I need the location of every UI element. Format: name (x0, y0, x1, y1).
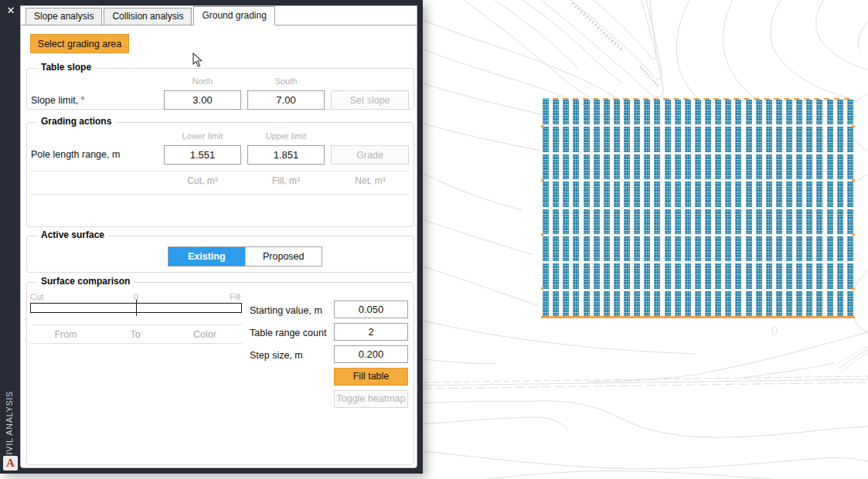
tracker-segment (695, 236, 701, 261)
tracker-segment (594, 291, 600, 316)
tracker-segment (634, 100, 640, 124)
tracker-row[interactable] (756, 100, 762, 316)
tracker-row[interactable] (644, 100, 650, 316)
tab-slope-analysis[interactable]: Slope analysis (26, 8, 102, 25)
tracker-segment (654, 291, 660, 316)
tracker-row[interactable] (827, 100, 833, 316)
tracker-segment (543, 236, 549, 261)
tracker-segment (786, 209, 792, 234)
tracker-segment (644, 182, 650, 206)
slope-limit-north-input[interactable] (164, 90, 241, 110)
set-slope-button[interactable]: Set slope (331, 90, 409, 110)
surface-option-proposed[interactable]: Proposed (245, 247, 322, 266)
pole-length-lower-input[interactable] (164, 145, 241, 165)
tracker-segment (604, 236, 610, 261)
tracker-row[interactable] (675, 100, 681, 316)
tracker-row[interactable] (573, 100, 579, 316)
tracker-row[interactable] (816, 100, 822, 316)
tracker-row[interactable] (543, 100, 549, 316)
tracker-segment (766, 291, 772, 316)
pole-length-upper-input[interactable] (247, 145, 325, 165)
tracker-row[interactable] (695, 100, 701, 316)
tracker-row[interactable] (624, 100, 630, 316)
tracker-row[interactable] (735, 100, 741, 316)
tracker-row[interactable] (746, 100, 752, 316)
tracker-segment (604, 127, 610, 151)
tracker-segment (796, 209, 802, 234)
tracker-segment (705, 127, 711, 151)
tracker-segment (816, 236, 822, 261)
tracker-segment (665, 263, 671, 288)
tracker-segment (776, 155, 782, 179)
tracker-row[interactable] (705, 100, 711, 316)
tracker-segment (584, 182, 590, 206)
step-size-input[interactable] (334, 345, 408, 363)
tracker-row[interactable] (594, 100, 600, 316)
table-range-count-input[interactable] (334, 323, 408, 341)
tracker-segment (644, 209, 650, 234)
grading-area-boundary[interactable] (543, 100, 853, 316)
tracker-row[interactable] (796, 100, 802, 316)
table-range-count-label: Table range count (250, 328, 326, 338)
tracker-row[interactable] (847, 100, 853, 316)
tracker-row[interactable] (563, 100, 569, 316)
tracker-segment (827, 291, 833, 316)
tracker-row[interactable] (766, 100, 772, 316)
tracker-segment (654, 182, 660, 206)
tracker-segment (634, 182, 640, 206)
tracker-row[interactable] (715, 100, 721, 316)
tracker-segment (675, 100, 681, 124)
tracker-row[interactable] (685, 100, 691, 316)
tracker-segment (685, 291, 691, 316)
tracker-segment (705, 291, 711, 316)
tracker-row[interactable] (806, 100, 812, 316)
tracker-row[interactable] (553, 100, 559, 316)
tracker-segment (695, 291, 701, 316)
tab-collision-analysis[interactable]: Collision analysis (104, 8, 192, 25)
tracker-row[interactable] (786, 100, 792, 316)
tracker-segment (837, 209, 843, 234)
tab-ground-grading[interactable]: Ground grading (193, 6, 274, 25)
tracker-row[interactable] (665, 100, 671, 316)
toggle-heatmap-button[interactable]: Toggle heatmap (334, 390, 408, 408)
grade-button[interactable]: Grade (331, 145, 409, 165)
group-title: Table slope (37, 62, 95, 73)
group-grading-actions: Grading actions Lower limit Upper limit … (26, 122, 414, 227)
surface-option-existing[interactable]: Existing (168, 247, 245, 266)
tracker-segment (837, 155, 843, 179)
tracker-row[interactable] (725, 100, 731, 316)
surface-toggle: Existing Proposed (168, 246, 322, 267)
tracker-segment (543, 209, 549, 234)
close-icon[interactable]: ✕ (5, 5, 17, 17)
tracker-segment (654, 236, 660, 261)
tracker-segment (735, 127, 741, 151)
tabstrip: Slope analysis Collision analysis Ground… (26, 8, 277, 25)
slope-limit-south-input[interactable] (247, 90, 325, 110)
tracker-segment (766, 155, 772, 179)
fill-table-button[interactable]: Fill table (334, 368, 408, 386)
tracker-segment (614, 209, 620, 234)
starting-value-input[interactable] (334, 301, 408, 318)
tracker-row[interactable] (654, 100, 660, 316)
boundary-tick (852, 287, 855, 290)
tracker-row[interactable] (776, 100, 782, 316)
tracker-row[interactable] (837, 100, 843, 316)
tracker-row[interactable] (584, 100, 590, 316)
tracker-row[interactable] (634, 100, 640, 316)
north-header: North (164, 76, 241, 86)
tracker-segment (594, 127, 600, 151)
tracker-segment (715, 127, 721, 151)
tracker-segment (837, 291, 843, 316)
tracker-segment (584, 263, 590, 288)
select-grading-area-button[interactable]: Select grading area (30, 34, 129, 53)
tracker-segment (665, 155, 671, 179)
tracker-segment (695, 182, 701, 206)
tracker-segment (573, 209, 579, 234)
tracker-segment (614, 236, 620, 261)
tracker-segment (685, 155, 691, 179)
tracker-row[interactable] (614, 100, 620, 316)
tracker-segment (695, 155, 701, 179)
tracker-segment (705, 182, 711, 206)
tracker-row[interactable] (604, 100, 610, 316)
tracker-segment (644, 155, 650, 179)
